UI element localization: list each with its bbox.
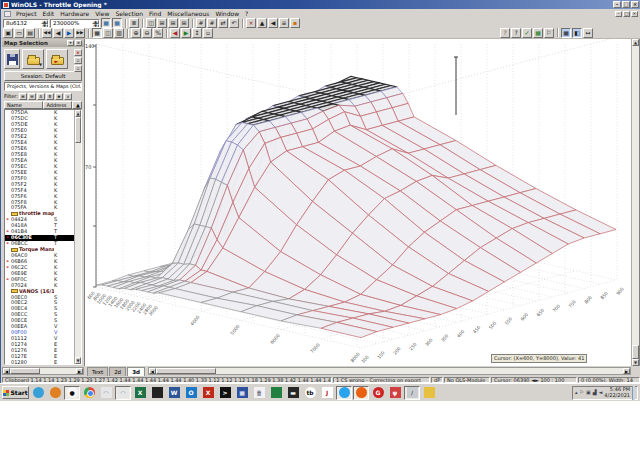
taskbar-item-winols-app[interactable]: ● [64,386,80,400]
tray-volume-icon[interactable]: ◄ [599,390,603,395]
map-row[interactable]: 00F00V [5,330,74,336]
grid-large-button[interactable]: ⊞ [179,18,189,28]
session-button[interactable]: Session: Default [4,71,82,81]
zoom-combo[interactable]: 230000% ▲▼ [50,19,100,28]
map-row[interactable]: 01112V [5,336,74,342]
delete-button[interactable]: × [246,18,256,28]
minimize-icon[interactable]: – [613,1,621,8]
scroll-down-icon[interactable]: ▼ [75,357,81,364]
tray-security-icon[interactable]: ▣ [586,390,591,395]
map-row[interactable]: 00EC0S [5,294,74,300]
taskbar-item-browser-circle-app[interactable] [353,386,369,400]
view-mode-b-button[interactable]: ◧ [572,28,582,38]
increase-value-button[interactable]: ▶ [181,28,191,38]
taskbar-item-water-app[interactable] [30,386,46,400]
map-row[interactable]: 00EEAV [5,324,74,330]
grid-small-button[interactable]: ⊞ [157,18,167,28]
tab-text[interactable]: Text [87,367,108,376]
map-row[interactable]: 0127EE [5,353,74,359]
map-row[interactable]: 075E0K [5,128,74,134]
prev-map-button[interactable]: ◀ [53,28,63,38]
tray-network-icon[interactable]: ▟ [593,390,597,395]
mdi-close-icon[interactable]: × [631,11,638,17]
decrease-value-button[interactable]: ◀ [170,28,180,38]
taskbar-item-red-j-app[interactable]: J [319,386,335,400]
map-row[interactable]: 06AC0K [5,253,74,259]
pin-panel-button[interactable]: ▫ [74,57,82,64]
map-row[interactable]: 00ECES [5,318,74,324]
map-row[interactable]: 0418AT [5,223,74,229]
back-button[interactable]: ◀ [268,18,278,28]
taskbar-clock[interactable]: 5:46 PM 4/22/2021 [604,387,630,398]
scroll-thumb[interactable] [75,117,81,143]
tray-flag-icon[interactable]: ⚐ [579,390,583,395]
blank-button[interactable]: ▫ [203,28,213,38]
menu-item-find[interactable]: Find [146,10,164,17]
map-list-scrollbar[interactable]: ▲ ▼ [74,110,81,364]
chart-scroll-up-icon[interactable]: ▲ [632,39,639,46]
cascade-windows-button[interactable]: ▥ [114,28,124,38]
chart-scroll-down-icon[interactable]: ▼ [632,359,639,366]
zoom-combo-spinner[interactable]: ▲▼ [92,20,99,27]
map-row[interactable]: 075F0K [5,175,74,181]
map-row[interactable]: 01274E [5,342,74,348]
open-project-button[interactable]: ▼ [22,49,44,69]
taskbar-item-book-app[interactable] [149,386,165,400]
dock-panel-button[interactable]: ▫ [74,65,82,72]
taskbar-item-chrome[interactable] [81,386,97,400]
filter-button[interactable]: ⊞ [19,93,27,100]
column-header-name[interactable]: Name [4,101,43,109]
list-view-button[interactable]: ≡ [279,18,289,28]
save-button[interactable]: ▣ [3,28,13,38]
increase-button[interactable]: ▲ [257,18,267,28]
map-row[interactable]: 075E8K [5,152,74,158]
map-row[interactable]: ►04424S [5,217,74,223]
taskbar-item-notepad-app[interactable]: ≣ [251,386,267,400]
tree-mode-combo-spinner[interactable]: ▲▼ [80,83,82,90]
map-row[interactable]: ►06C2CK [5,264,74,270]
map-row[interactable]: 07024K [5,282,74,288]
map-row[interactable]: 075DCK [5,116,74,122]
zoom-percent-button[interactable]: % [153,28,163,38]
map-row[interactable]: ►06BCCT [5,241,74,247]
taskbar-item-excel[interactable]: X [132,386,148,400]
menu-item-edit[interactable]: Edit [40,10,58,17]
menu-item-selection[interactable]: Selection [112,10,146,17]
taskbar-item-red-x-app[interactable]: X [200,386,216,400]
help-button[interactable]: ? [511,28,521,38]
taskbar-item-blue-grid-app[interactable]: ▦ [234,386,250,400]
map-row[interactable]: 075ECK [5,163,74,169]
map-row[interactable]: 075E4K [5,140,74,146]
map-row[interactable]: 075E2K [5,134,74,140]
taskbar-item-orange-app[interactable] [47,386,63,400]
panel-close-icon[interactable]: × [75,40,82,46]
fit-width-button[interactable]: ↔ [583,28,593,38]
value-combo[interactable]: 8u6132 ▲▼ [3,19,49,28]
sort-indicator[interactable]: ▲ [72,101,82,109]
tile-windows-button[interactable]: ◫ [103,28,113,38]
map-row[interactable]: 00ECCS [5,312,74,318]
column-header-address[interactable]: Address [43,101,72,109]
map-row[interactable]: 01276E [5,348,74,354]
menu-item-project[interactable]: Project [13,10,40,17]
map-row[interactable]: ►06B66K [5,258,74,264]
taskbar-item-swoosh-b[interactable]: ◠ [115,386,131,400]
menu-item-miscellaneous[interactable]: Miscellaneous [164,10,212,17]
menu-item-hardware[interactable]: Hardware [57,10,92,17]
scroll-up-icon[interactable]: ▲ [75,110,81,117]
map-row[interactable]: 075FAK [5,205,74,211]
view-3d-button[interactable]: ▦ [112,18,122,28]
first-map-button[interactable]: ◀◀ [42,28,52,38]
map-row[interactable]: ►06C30ET [5,235,74,241]
map-row[interactable]: 00EC2S [5,300,74,306]
map-row[interactable]: 075F6K [5,193,74,199]
mdi-document-icon[interactable] [4,11,11,17]
compare-button[interactable]: ⇄ [218,18,228,28]
map-3d-view[interactable]: 1407060080010001200140016001800200022002… [85,39,631,366]
taskbar-item-clap-app[interactable]: ▬ [285,386,301,400]
chart-hscrollbar[interactable]: ◀▶ [148,367,631,375]
taskbar-item-green-app[interactable] [268,386,284,400]
map-grid-button[interactable]: ▦ [92,28,102,38]
start-button[interactable]: Start [2,386,29,399]
zoom-out-button[interactable]: ⊖ [142,28,152,38]
